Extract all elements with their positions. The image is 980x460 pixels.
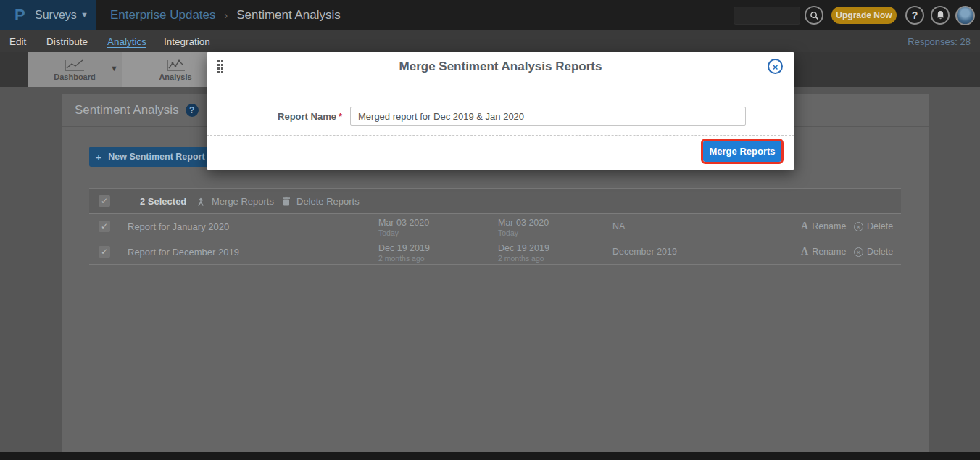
report-period: NA xyxy=(612,221,625,231)
line-chart-icon xyxy=(64,59,86,71)
search-button[interactable] xyxy=(805,6,823,25)
table-row: ✓ Report for January 2020 Mar 03 2020 To… xyxy=(89,214,901,239)
search-input[interactable] xyxy=(734,7,800,25)
breadcrumb-separator: › xyxy=(225,9,228,21)
trash-icon xyxy=(282,196,291,206)
delete-circle-icon: × xyxy=(854,247,863,257)
toolbar-tab-analysis-label: Analysis xyxy=(159,73,191,81)
merge-reports-action[interactable]: Merge Reports xyxy=(196,196,274,207)
delete-reports-action[interactable]: Delete Reports xyxy=(282,196,360,207)
rename-icon: A xyxy=(801,246,808,258)
table-row: ✓ Report for December 2019 Dec 19 2019 2… xyxy=(89,239,901,265)
created-date-cell: Mar 03 2020 Today xyxy=(378,218,429,238)
report-name-label-text: Report Name xyxy=(278,111,336,122)
selected-count: 2 Selected xyxy=(140,196,186,207)
select-all-checkbox[interactable]: ✓ xyxy=(99,195,110,207)
row-checkbox[interactable]: ✓ xyxy=(99,221,110,232)
brand-logo: P xyxy=(14,6,25,25)
responses-count: Responses: 28 xyxy=(908,30,971,52)
rename-label: Rename xyxy=(812,221,846,231)
user-avatar[interactable] xyxy=(955,6,975,25)
delete-action[interactable]: × Delete xyxy=(854,221,893,231)
breadcrumb: Enterprise Updates › Sentiment Analysis xyxy=(110,0,341,30)
delete-reports-action-label: Delete Reports xyxy=(296,196,360,207)
created-date-relative: Today xyxy=(378,228,429,238)
help-button[interactable]: ? xyxy=(905,6,924,25)
upgrade-now-button[interactable]: Upgrade Now xyxy=(831,7,897,24)
toolbar-tab-dashboard-label: Dashboard xyxy=(54,73,95,81)
page-title: Sentiment Analysis xyxy=(75,103,179,118)
plus-icon: + xyxy=(95,151,101,163)
rename-icon: A xyxy=(801,221,808,232)
rename-action[interactable]: A Rename xyxy=(801,246,846,258)
page-help-icon[interactable]: ? xyxy=(186,104,199,117)
rename-action[interactable]: A Rename xyxy=(801,221,846,232)
tab-distribute[interactable]: Distribute xyxy=(46,30,88,52)
dashboard-dropdown-icon[interactable]: ▼ xyxy=(110,64,118,73)
bulk-actions-row: ✓ 2 Selected Merge Reports Delete Report… xyxy=(89,188,901,214)
screen: P Surveys ▼ Enterprise Updates › Sentime… xyxy=(0,0,980,460)
merge-icon xyxy=(196,196,206,206)
created-date: Mar 03 2020 xyxy=(378,218,429,228)
product-label: Surveys xyxy=(35,9,77,22)
report-name[interactable]: Report for December 2019 xyxy=(128,247,239,258)
merge-reports-submit-button[interactable]: Merge Reports xyxy=(703,141,781,162)
created-date: Dec 19 2019 xyxy=(378,243,430,253)
notifications-button[interactable] xyxy=(931,6,950,25)
bottom-bar xyxy=(0,452,980,460)
modified-date-relative: 2 months ago xyxy=(498,253,549,263)
survey-menubar: Edit Distribute Analytics Integration Re… xyxy=(0,30,980,52)
reports-table: ✓ 2 Selected Merge Reports Delete Report… xyxy=(89,188,901,265)
modal-title: Merge Sentiment Analysis Reports xyxy=(207,59,794,74)
modified-date: Dec 19 2019 xyxy=(498,243,549,253)
delete-action[interactable]: × Delete xyxy=(854,247,893,257)
tab-analytics[interactable]: Analytics xyxy=(107,30,146,52)
report-name-input[interactable] xyxy=(350,107,746,126)
delete-circle-icon: × xyxy=(854,222,863,231)
modified-date: Mar 03 2020 xyxy=(498,218,549,228)
scatter-chart-icon xyxy=(165,59,186,71)
chevron-down-icon: ▼ xyxy=(80,10,88,19)
tab-integration[interactable]: Integration xyxy=(164,30,210,52)
report-name[interactable]: Report for January 2020 xyxy=(128,221,229,232)
search-icon xyxy=(810,11,819,20)
modal-divider xyxy=(207,135,794,136)
product-switcher[interactable]: P Surveys ▼ xyxy=(0,0,96,30)
toolbar-tab-dashboard[interactable]: Dashboard ▼ xyxy=(28,52,122,87)
merge-reports-modal: Merge Sentiment Analysis Reports × Repor… xyxy=(207,52,794,170)
delete-label: Delete xyxy=(867,247,893,257)
delete-label: Delete xyxy=(867,221,893,231)
created-date-relative: 2 months ago xyxy=(378,253,430,263)
modified-date-cell: Mar 03 2020 Today xyxy=(498,218,549,238)
breadcrumb-survey-link[interactable]: Enterprise Updates xyxy=(110,8,216,22)
created-date-cell: Dec 19 2019 2 months ago xyxy=(378,243,430,263)
modified-date-relative: Today xyxy=(498,228,549,238)
new-sentiment-report-button[interactable]: + New Sentiment Report xyxy=(89,147,211,167)
row-checkbox[interactable]: ✓ xyxy=(99,246,110,258)
breadcrumb-current: Sentiment Analysis xyxy=(236,8,341,22)
new-sentiment-report-label: New Sentiment Report xyxy=(108,152,204,162)
modified-date-cell: Dec 19 2019 2 months ago xyxy=(498,243,549,263)
top-navbar: P Surveys ▼ Enterprise Updates › Sentime… xyxy=(0,0,980,30)
report-name-label: Report Name * xyxy=(207,107,342,126)
required-asterisk: * xyxy=(339,111,342,122)
report-period: December 2019 xyxy=(612,247,677,257)
rename-label: Rename xyxy=(812,247,846,257)
close-icon[interactable]: × xyxy=(768,59,783,74)
tab-edit[interactable]: Edit xyxy=(9,30,26,52)
bell-icon xyxy=(936,10,945,20)
merge-reports-action-label: Merge Reports xyxy=(212,196,274,207)
